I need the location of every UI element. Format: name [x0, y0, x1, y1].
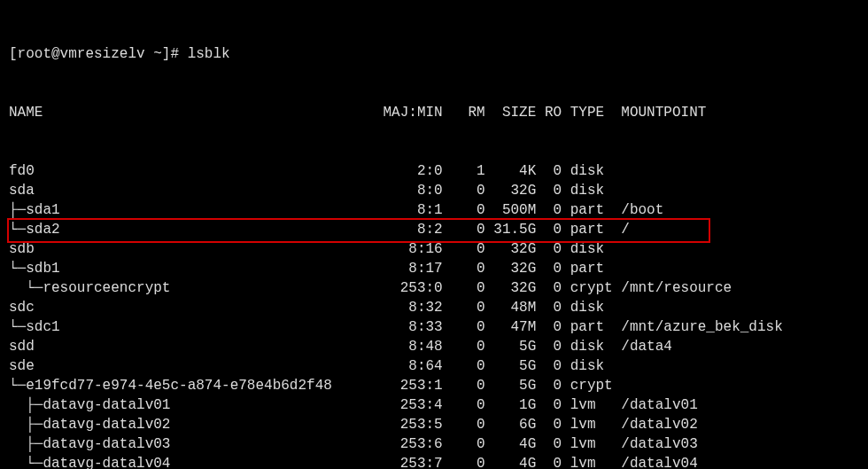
lsblk-row: └─sdc1 8:33 0 47M 0 part /mnt/azure_bek_…	[9, 317, 859, 337]
lsblk-row: sdb 8:16 0 32G 0 disk	[9, 239, 859, 259]
lsblk-row: └─sdb1 8:17 0 32G 0 part	[9, 259, 859, 278]
lsblk-row: ├─datavg-datalv01 253:4 0 1G 0 lvm /data…	[9, 395, 859, 415]
prompt-line: [root@vmresizelv ~]# lsblk	[9, 44, 859, 64]
lsblk-row: └─datavg-datalv04 253:7 0 4G 0 lvm /data…	[9, 454, 859, 469]
terminal[interactable]: [root@vmresizelv ~]# lsblk NAME MAJ:MIN …	[0, 0, 868, 469]
lsblk-row: ├─datavg-datalv03 253:6 0 4G 0 lvm /data…	[9, 434, 859, 454]
lsblk-row: fd0 2:0 1 4K 0 disk	[9, 161, 859, 181]
lsblk-header: NAME MAJ:MIN RM SIZE RO TYPE MOUNTPOINT	[9, 103, 859, 122]
lsblk-row: sdd 8:48 0 5G 0 disk /data4	[9, 337, 859, 356]
lsblk-rows: fd0 2:0 1 4K 0 disk sda 8:0 0 32G 0 disk…	[9, 161, 859, 469]
lsblk-row: └─sda2 8:2 0 31.5G 0 part /	[9, 220, 859, 239]
lsblk-row: sdc 8:32 0 48M 0 disk	[9, 298, 859, 317]
lsblk-row: └─e19fcd77-e974-4e5c-a874-e78e4b6d2f48 2…	[9, 376, 859, 395]
lsblk-row: sda 8:0 0 32G 0 disk	[9, 181, 859, 200]
lsblk-row: └─resourceencrypt 253:0 0 32G 0 crypt /m…	[9, 278, 859, 298]
lsblk-row: ├─datavg-datalv02 253:5 0 6G 0 lvm /data…	[9, 415, 859, 434]
lsblk-row: sde 8:64 0 5G 0 disk	[9, 356, 859, 376]
lsblk-row: ├─sda1 8:1 0 500M 0 part /boot	[9, 200, 859, 220]
